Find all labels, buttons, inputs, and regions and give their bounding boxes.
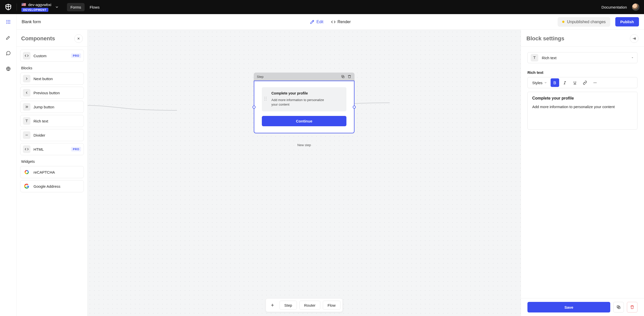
- svg-point-1: [8, 20, 9, 21]
- minus-icon: [23, 131, 30, 139]
- component-html[interactable]: HTML PRO: [20, 143, 84, 155]
- code-icon: [23, 145, 30, 153]
- svg-point-3: [6, 21, 7, 22]
- documentation-link[interactable]: Documentation: [601, 5, 627, 9]
- underline-icon: [573, 81, 577, 85]
- component-recaptcha[interactable]: reCAPTCHA: [20, 166, 84, 178]
- nav-flows[interactable]: Flows: [86, 3, 103, 11]
- svg-point-7: [8, 23, 9, 24]
- svg-point-14: [596, 82, 596, 83]
- component-custom[interactable]: Custom PRO: [20, 50, 84, 62]
- pencil-icon: [310, 20, 314, 24]
- component-google-address[interactable]: Google Address: [20, 180, 84, 192]
- publish-button[interactable]: Publish: [615, 17, 639, 26]
- component-next-button[interactable]: Next button: [20, 73, 84, 85]
- bold-button[interactable]: [551, 78, 559, 87]
- pro-badge: PRO: [71, 147, 81, 151]
- copy-icon: [616, 305, 621, 309]
- section-blocks-label: Blocks: [21, 66, 83, 70]
- sub-header: Blank form Edit Render Unpublished chang…: [17, 14, 644, 30]
- step-body: Complete your profile Add more informati…: [254, 81, 354, 133]
- block-type-select[interactable]: Rich text: [527, 52, 637, 63]
- step-header[interactable]: Step: [254, 73, 354, 81]
- component-label: Custom: [33, 54, 68, 58]
- rail-globe[interactable]: [4, 65, 13, 73]
- chevron-left-icon: [23, 89, 30, 97]
- component-label: Rich text: [33, 119, 81, 123]
- more-button[interactable]: [591, 78, 599, 87]
- pencil-icon: [6, 35, 11, 40]
- canvas[interactable]: Step Complete your profile Add more info…: [88, 30, 521, 316]
- save-button[interactable]: Save: [527, 302, 610, 312]
- component-previous-button[interactable]: Previous button: [20, 87, 84, 99]
- component-label: Google Address: [33, 184, 81, 188]
- rich-body: Add more information to personalize your…: [271, 98, 329, 107]
- unpublished-label: Unpublished changes: [567, 20, 606, 24]
- svg-point-0: [6, 20, 7, 21]
- component-jump-button[interactable]: Jump button: [20, 101, 84, 113]
- svg-point-2: [9, 20, 10, 21]
- nav-forms[interactable]: Forms: [67, 3, 85, 11]
- view-edit-label: Edit: [316, 20, 324, 24]
- svg-point-12: [594, 82, 594, 83]
- components-close-button[interactable]: [74, 34, 83, 43]
- component-label: reCAPTCHA: [33, 170, 81, 174]
- rte-toolbar: Styles: [527, 77, 637, 88]
- chevron-down-icon: [544, 81, 547, 84]
- rail-components[interactable]: [4, 18, 13, 26]
- status-dot-icon: [562, 21, 564, 23]
- rail-edit[interactable]: [4, 33, 13, 42]
- add-router-button[interactable]: Router: [299, 301, 320, 310]
- app-logo[interactable]: [5, 3, 12, 11]
- copy-icon[interactable]: [341, 75, 345, 79]
- code-icon: [331, 20, 336, 24]
- svg-point-13: [595, 82, 595, 83]
- view-edit[interactable]: Edit: [310, 20, 324, 24]
- rte-editor[interactable]: Complete your profile Add more informati…: [527, 92, 637, 130]
- google-icon: [23, 182, 30, 190]
- trash-icon: [630, 305, 634, 309]
- trash-icon[interactable]: [347, 75, 351, 79]
- code-icon: [23, 52, 30, 59]
- link-button[interactable]: [581, 78, 589, 87]
- left-icon-rail: [0, 14, 17, 316]
- rail-chat[interactable]: [4, 49, 13, 57]
- project-selector[interactable]: 🇺🇸 dev-aggvwbxi DEVELOPMENT: [21, 2, 59, 12]
- top-nav: Forms Flows: [67, 3, 103, 11]
- settings-collapse-button[interactable]: [630, 34, 638, 43]
- rich-heading: Complete your profile: [271, 91, 341, 95]
- header-divider: [17, 4, 17, 11]
- step-title: Step: [257, 75, 338, 79]
- svg-point-5: [9, 21, 10, 22]
- caret-down-icon: [631, 56, 634, 59]
- port-in[interactable]: [253, 106, 256, 109]
- add-step-button[interactable]: Step: [279, 301, 297, 310]
- link-icon: [583, 81, 587, 85]
- continue-button[interactable]: Continue: [262, 116, 346, 126]
- user-avatar[interactable]: [632, 3, 639, 11]
- delete-button[interactable]: [627, 302, 637, 312]
- underline-button[interactable]: [571, 78, 579, 87]
- component-label: Divider: [33, 133, 81, 137]
- view-toggle: Edit Render: [310, 20, 351, 24]
- italic-button[interactable]: [561, 78, 569, 87]
- canvas-toolbar: Step Router Flow: [266, 298, 343, 312]
- styles-dropdown[interactable]: Styles: [530, 79, 549, 86]
- component-divider[interactable]: Divider: [20, 129, 84, 141]
- svg-point-6: [6, 23, 7, 24]
- svg-point-8: [9, 23, 10, 24]
- view-render[interactable]: Render: [331, 20, 351, 24]
- drag-handle-icon[interactable]: [264, 97, 267, 102]
- block-settings-panel: Block settings Rich text Rich text Style…: [521, 30, 644, 316]
- project-name: dev-aggvwbxi: [28, 3, 51, 7]
- settings-footer: Save: [521, 298, 644, 316]
- component-rich-text[interactable]: Rich text: [20, 115, 84, 127]
- add-flow-button[interactable]: Flow: [323, 301, 340, 310]
- components-title: Components: [21, 35, 55, 42]
- recaptcha-icon: [23, 168, 30, 176]
- step-card[interactable]: Step Complete your profile Add more info…: [254, 73, 354, 133]
- rich-text-block[interactable]: Complete your profile Add more informati…: [262, 87, 346, 111]
- port-out[interactable]: [353, 106, 356, 109]
- view-render-label: Render: [338, 20, 351, 24]
- duplicate-button[interactable]: [613, 302, 624, 312]
